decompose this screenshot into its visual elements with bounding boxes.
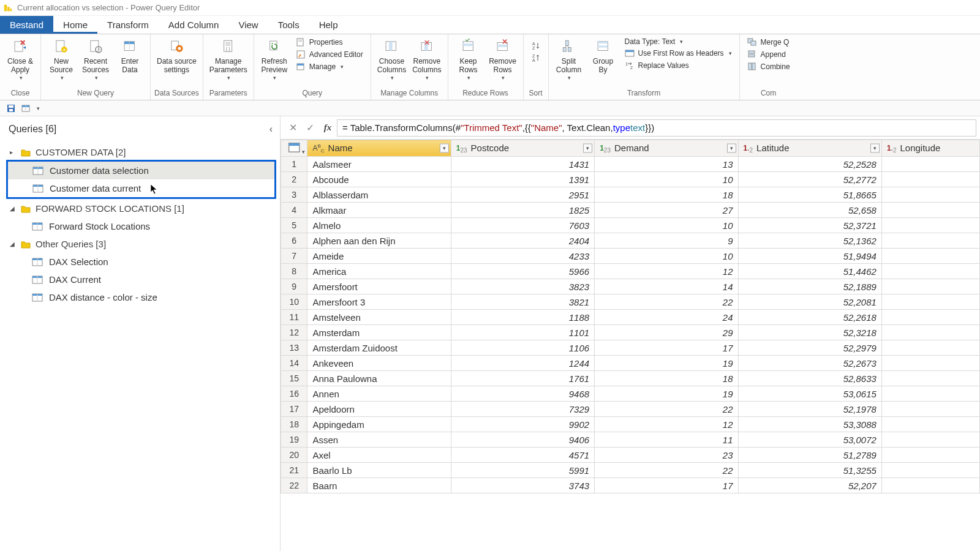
cell-demand[interactable]: 18	[595, 187, 738, 203]
cell-name[interactable]: Alkmaar	[307, 203, 451, 218]
cell-longitude[interactable]	[881, 478, 979, 493]
cell-demand[interactable]: 22	[595, 294, 738, 310]
row-header-corner[interactable]: ▾	[281, 140, 307, 157]
cell-demand[interactable]: 11	[595, 432, 738, 448]
column-header-name[interactable]: ABCName▾	[307, 140, 451, 157]
formula-input[interactable]: = Table.TransformColumns(#"Trimmed Text"…	[337, 119, 976, 137]
table-row[interactable]: 18Appingedam99021253,3088	[281, 417, 980, 432]
table-row[interactable]: 8America59661251,4462	[281, 264, 980, 279]
cell-name[interactable]: Alphen aan den Rijn	[307, 233, 451, 249]
cell-demand[interactable]: 24	[595, 310, 738, 325]
row-number[interactable]: 20	[281, 448, 307, 463]
cell-latitude[interactable]: 53,0072	[738, 432, 881, 448]
cell-name[interactable]: Amsterdam Zuidoost	[307, 340, 451, 356]
cell-longitude[interactable]	[881, 386, 979, 402]
row-number[interactable]: 11	[281, 310, 307, 325]
combine-files-button[interactable]: Combine	[746, 61, 791, 72]
filter-dropdown-icon[interactable]: ▾	[727, 144, 736, 153]
cell-demand[interactable]: 22	[595, 463, 738, 478]
cell-postcode[interactable]: 1188	[451, 310, 594, 325]
tab-tools[interactable]: Tools	[268, 16, 309, 34]
cell-longitude[interactable]	[881, 310, 979, 325]
table-row[interactable]: 17Apeldoorn73292252,1978	[281, 402, 980, 417]
cell-postcode[interactable]: 1761	[451, 371, 594, 386]
row-number[interactable]: 12	[281, 325, 307, 340]
cell-latitude[interactable]: 52,1362	[738, 233, 881, 249]
manage-button[interactable]: Manage▾	[295, 61, 364, 72]
table-row[interactable]: 20Axel45712351,2789	[281, 448, 980, 463]
cell-latitude[interactable]: 51,9494	[738, 249, 881, 264]
query-customer-data-current[interactable]: Customer data current	[8, 179, 274, 197]
query-dax-distance-color-size[interactable]: DAX distance - color - size	[7, 288, 276, 306]
cell-postcode[interactable]: 3821	[451, 294, 594, 310]
tab-file[interactable]: Bestand	[0, 16, 53, 34]
cell-postcode[interactable]: 4571	[451, 448, 594, 463]
first-row-headers-button[interactable]: Use First Row as Headers▾	[624, 48, 733, 59]
save-icon[interactable]	[6, 103, 16, 113]
cell-demand[interactable]: 13	[595, 157, 738, 172]
row-number[interactable]: 18	[281, 417, 307, 432]
cell-name[interactable]: Abcoude	[307, 172, 451, 187]
row-number[interactable]: 8	[281, 264, 307, 279]
row-number[interactable]: 17	[281, 402, 307, 417]
cell-demand[interactable]: 27	[595, 203, 738, 218]
choose-columns-button[interactable]: Choose Columns▾	[375, 36, 409, 82]
cell-latitude[interactable]: 52,2618	[738, 310, 881, 325]
row-number[interactable]: 22	[281, 478, 307, 493]
cell-postcode[interactable]: 1431	[451, 157, 594, 172]
row-number[interactable]: 15	[281, 371, 307, 386]
data-source-settings-button[interactable]: Data source settings	[154, 36, 199, 76]
cell-demand[interactable]: 14	[595, 279, 738, 294]
table-row[interactable]: 22Baarn37431752,207	[281, 478, 980, 493]
cell-name[interactable]: Alblasserdam	[307, 187, 451, 203]
row-number[interactable]: 13	[281, 340, 307, 356]
cell-latitude[interactable]: 51,2789	[738, 448, 881, 463]
row-number[interactable]: 16	[281, 386, 307, 402]
cell-demand[interactable]: 23	[595, 448, 738, 463]
filter-dropdown-icon[interactable]: ▾	[583, 144, 592, 153]
cell-longitude[interactable]	[881, 402, 979, 417]
cell-name[interactable]: Amersfoort	[307, 279, 451, 294]
cell-demand[interactable]: 22	[595, 402, 738, 417]
row-number[interactable]: 5	[281, 218, 307, 233]
row-number[interactable]: 7	[281, 249, 307, 264]
remove-columns-button[interactable]: Remove Columns▾	[410, 36, 443, 82]
table-row[interactable]: 2Abcoude13911052,2772	[281, 172, 980, 187]
cell-longitude[interactable]	[881, 432, 979, 448]
cell-latitude[interactable]: 52,3721	[738, 218, 881, 233]
collapse-panel-icon[interactable]: ‹	[270, 124, 273, 135]
table-row[interactable]: 1Aalsmeer14311352,2528	[281, 157, 980, 172]
cell-latitude[interactable]: 51,3255	[738, 463, 881, 478]
enter-data-button[interactable]: Enter Data	[113, 36, 146, 76]
cell-name[interactable]: Anna Paulowna	[307, 371, 451, 386]
cell-longitude[interactable]	[881, 233, 979, 249]
row-number[interactable]: 9	[281, 279, 307, 294]
cell-longitude[interactable]	[881, 325, 979, 340]
properties-button[interactable]: Properties	[295, 37, 364, 48]
table-row[interactable]: 16Annen94681953,0615	[281, 386, 980, 402]
cell-latitude[interactable]: 52,207	[738, 478, 881, 493]
row-number[interactable]: 4	[281, 203, 307, 218]
table-row[interactable]: 10Amersfoort 338212252,2081	[281, 294, 980, 310]
row-number[interactable]: 1	[281, 157, 307, 172]
cell-postcode[interactable]: 2404	[451, 233, 594, 249]
column-header-latitude[interactable]: 1.2Latitude▾	[738, 140, 881, 157]
cell-demand[interactable]: 19	[595, 386, 738, 402]
cell-longitude[interactable]	[881, 187, 979, 203]
cell-name[interactable]: Amsterdam	[307, 325, 451, 340]
query-customer-data-selection[interactable]: Customer data selection	[8, 162, 274, 179]
cell-latitude[interactable]: 53,3088	[738, 417, 881, 432]
cell-postcode[interactable]: 1106	[451, 340, 594, 356]
replace-values-button[interactable]: 12Replace Values	[624, 60, 733, 71]
cell-name[interactable]: Ameide	[307, 249, 451, 264]
cell-name[interactable]: America	[307, 264, 451, 279]
tab-view[interactable]: View	[228, 16, 268, 34]
cell-postcode[interactable]: 4233	[451, 249, 594, 264]
cell-postcode[interactable]: 1391	[451, 172, 594, 187]
table-row[interactable]: 7Ameide42331051,9494	[281, 249, 980, 264]
tab-transform[interactable]: Transform	[97, 16, 159, 34]
cell-demand[interactable]: 17	[595, 478, 738, 493]
cell-name[interactable]: Ankeveen	[307, 356, 451, 371]
cell-postcode[interactable]: 1825	[451, 203, 594, 218]
column-header-postcode[interactable]: 123Postcode▾	[451, 140, 594, 157]
